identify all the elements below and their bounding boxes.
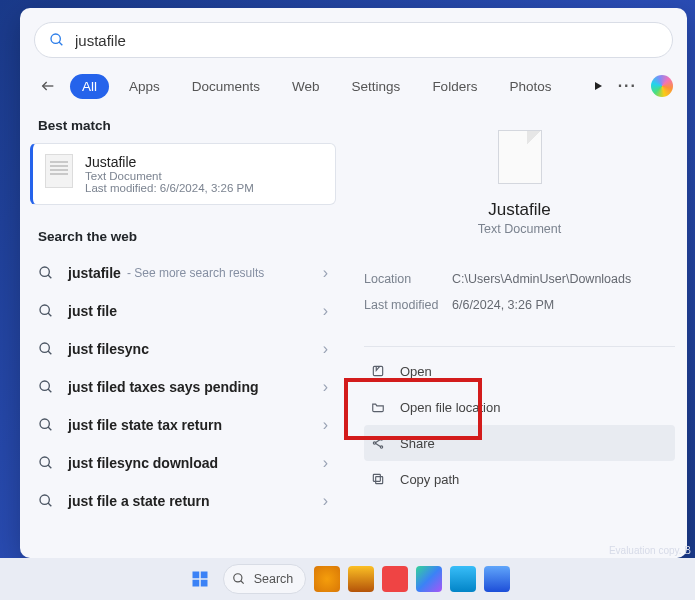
tab-photos[interactable]: Photos <box>497 74 563 99</box>
tab-folders[interactable]: Folders <box>420 74 489 99</box>
start-button[interactable] <box>185 564 215 594</box>
svg-rect-29 <box>200 580 207 587</box>
watermark: Evaluation copy. B <box>609 545 691 556</box>
svg-rect-27 <box>200 572 207 579</box>
chevron-right-icon: › <box>323 416 328 434</box>
svg-marker-3 <box>595 82 602 90</box>
svg-point-6 <box>40 305 49 314</box>
search-icon <box>38 493 54 509</box>
svg-line-5 <box>48 275 51 278</box>
share-icon <box>370 435 386 451</box>
svg-line-1 <box>59 42 62 45</box>
web-suggestion[interactable]: just filed taxes says pending› <box>30 368 336 406</box>
svg-line-11 <box>48 389 51 392</box>
web-suggestion[interactable]: just file a state return› <box>30 482 336 520</box>
svg-line-15 <box>48 465 51 468</box>
search-bar[interactable] <box>34 22 673 58</box>
svg-rect-25 <box>373 474 380 481</box>
svg-line-23 <box>376 444 381 447</box>
tab-all[interactable]: All <box>70 74 109 99</box>
preview-title: Justafile <box>488 200 550 220</box>
section-search-web: Search the web <box>30 221 336 254</box>
tab-settings[interactable]: Settings <box>340 74 413 99</box>
open-icon <box>370 363 386 379</box>
meta-modified-label: Last modified <box>364 298 452 312</box>
web-suggestion[interactable]: just filesync› <box>30 330 336 368</box>
chevron-right-icon: › <box>323 454 328 472</box>
play-icon[interactable] <box>592 80 604 92</box>
action-copy-path[interactable]: Copy path <box>364 461 675 497</box>
meta-location-value: C:\Users\AdminUser\Downloads <box>452 272 631 286</box>
search-icon <box>232 572 246 586</box>
svg-line-9 <box>48 351 51 354</box>
taskbar-app-6[interactable] <box>484 566 510 592</box>
action-open-file-location[interactable]: Open file location <box>364 389 675 425</box>
svg-line-22 <box>376 440 381 443</box>
taskbar-app-2[interactable] <box>348 566 374 592</box>
section-best-match: Best match <box>30 110 336 143</box>
search-icon <box>38 455 54 471</box>
tab-documents[interactable]: Documents <box>180 74 272 99</box>
arrow-left-icon <box>40 78 56 94</box>
svg-line-17 <box>48 503 51 506</box>
best-match-card[interactable]: Justafile Text Document Last modified: 6… <box>30 143 336 205</box>
svg-line-7 <box>48 313 51 316</box>
svg-point-19 <box>380 438 382 440</box>
tab-apps[interactable]: Apps <box>117 74 172 99</box>
taskbar-app-4[interactable] <box>416 566 442 592</box>
preview-subtitle: Text Document <box>478 222 561 236</box>
copy-icon <box>370 471 386 487</box>
search-icon <box>38 417 54 433</box>
svg-line-31 <box>240 581 243 584</box>
search-panel: All Apps Documents Web Settings Folders … <box>20 8 687 558</box>
windows-icon <box>191 570 209 588</box>
svg-rect-26 <box>192 572 199 579</box>
svg-point-16 <box>40 495 49 504</box>
search-icon <box>38 379 54 395</box>
taskbar-app-1[interactable] <box>314 566 340 592</box>
svg-point-20 <box>373 442 375 444</box>
meta-location-label: Location <box>364 272 452 286</box>
copilot-icon[interactable] <box>651 75 673 97</box>
web-suggestion[interactable]: just filesync download› <box>30 444 336 482</box>
svg-point-10 <box>40 381 49 390</box>
tab-web[interactable]: Web <box>280 74 332 99</box>
filter-tabs-row: All Apps Documents Web Settings Folders … <box>20 68 687 110</box>
suggestion-text: just file state tax return <box>68 417 222 433</box>
svg-rect-24 <box>376 477 383 484</box>
more-button[interactable]: ··· <box>618 77 637 95</box>
document-icon <box>45 154 73 188</box>
action-open[interactable]: Open <box>364 353 675 389</box>
preview-column: Justafile Text Document Location C:\User… <box>344 110 687 558</box>
search-icon <box>38 265 54 281</box>
best-match-name: Justafile <box>85 154 254 170</box>
suggestion-hint: - See more search results <box>127 266 264 280</box>
taskbar-app-5[interactable] <box>450 566 476 592</box>
back-button[interactable] <box>34 72 62 100</box>
preview-document-icon <box>498 130 542 184</box>
svg-point-21 <box>380 446 382 448</box>
best-match-type: Text Document <box>85 170 254 182</box>
svg-point-8 <box>40 343 49 352</box>
chevron-right-icon: › <box>323 378 328 396</box>
best-match-modified: Last modified: 6/6/2024, 3:26 PM <box>85 182 254 194</box>
chevron-right-icon: › <box>323 492 328 510</box>
web-suggestion[interactable]: just file› <box>30 292 336 330</box>
action-share[interactable]: Share <box>364 425 675 461</box>
web-suggestion[interactable]: just file state tax return› <box>30 406 336 444</box>
suggestion-text: just file a state return <box>68 493 210 509</box>
svg-point-4 <box>40 267 49 276</box>
taskbar-search[interactable]: Search <box>223 564 307 594</box>
meta-modified-value: 6/6/2024, 3:26 PM <box>452 298 554 312</box>
taskbar: Search <box>0 558 695 600</box>
suggestion-text: justafile <box>68 265 121 281</box>
taskbar-app-3[interactable] <box>382 566 408 592</box>
suggestion-text: just filesync download <box>68 455 218 471</box>
chevron-right-icon: › <box>323 340 328 358</box>
suggestion-text: just file <box>68 303 117 319</box>
search-input[interactable] <box>75 32 658 49</box>
svg-point-14 <box>40 457 49 466</box>
chevron-right-icon: › <box>323 264 328 282</box>
web-suggestion[interactable]: justafile- See more search results› <box>30 254 336 292</box>
svg-point-0 <box>51 34 60 43</box>
